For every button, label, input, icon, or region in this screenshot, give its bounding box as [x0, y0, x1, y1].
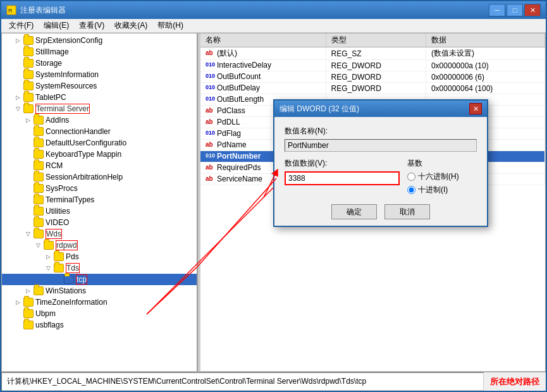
radio-hex[interactable]: 十六进制(H): [407, 171, 477, 182]
node-label: Utilities: [46, 207, 70, 216]
table-row[interactable]: 010OutBufDelay REG_DWORD 0x00000064 (100…: [200, 83, 545, 94]
tree-node-stillimage[interactable]: StillImage: [2, 46, 197, 58]
node-label-rdpwd: rdpwd: [56, 240, 78, 250]
expand-icon-wds: ▽: [23, 230, 32, 238]
folder-icon: [34, 150, 44, 159]
node-label: TimeZoneInformation: [35, 298, 108, 307]
menu-edit[interactable]: 编辑(E): [39, 19, 74, 32]
expand-icon: ▷: [23, 286, 32, 295]
node-label: DefaultUserConfiguratio: [46, 138, 126, 147]
radio-hex-input[interactable]: [407, 173, 415, 181]
tree-node-sysinfo[interactable]: SystemInformation: [2, 69, 197, 80]
folder-icon: [23, 309, 34, 318]
tree-node-usbflags[interactable]: usbflags: [2, 319, 197, 331]
tree-node-rcm[interactable]: RCM: [2, 160, 197, 171]
type-icon: 010: [206, 61, 214, 70]
node-label: AddIns: [46, 116, 69, 125]
folder-icon: [34, 161, 44, 170]
folder-icon: [34, 127, 44, 136]
expand-icon: [13, 59, 22, 68]
tree-node-ubpm[interactable]: Ubpm: [2, 308, 197, 319]
expand-icon: [13, 82, 22, 90]
name-label: 数值名称(N):: [285, 126, 477, 137]
node-label: ConnectionHandler: [46, 127, 111, 136]
node-label: WinStations: [46, 286, 86, 295]
expand-icon: [13, 70, 22, 79]
menu-file[interactable]: 文件(F): [4, 19, 39, 32]
radio-group: 十六进制(H) 十进制(I): [407, 171, 477, 195]
expand-icon: [23, 127, 32, 136]
type-icon: 010: [206, 152, 214, 161]
folder-icon: [23, 93, 34, 102]
type-icon: 010: [206, 130, 214, 138]
tree-node-terminaltypes[interactable]: TerminalTypes: [2, 194, 197, 205]
expand-icon: [23, 207, 32, 216]
menu-favorites[interactable]: 收藏夹(A): [109, 19, 152, 32]
base-label: 基数: [407, 158, 477, 169]
data-field: 数值数据(V):: [285, 158, 400, 195]
dialog-title-bar: 编辑 DWORD (32 位值) ✕: [274, 101, 487, 117]
data-label: 数值数据(V):: [285, 158, 400, 169]
menu-help[interactable]: 帮助(H): [152, 19, 188, 32]
tree-node-tcp[interactable]: tcp: [2, 274, 197, 285]
tree-node-sessionarb[interactable]: SessionArbitrationHelp: [2, 171, 197, 183]
folder-icon-rdpwd: [44, 241, 54, 250]
close-button[interactable]: ✕: [524, 4, 541, 16]
menu-view[interactable]: 查看(V): [74, 19, 109, 32]
folder-icon-pds: [54, 252, 64, 261]
tree-node-pds[interactable]: ▷ Pds: [2, 251, 197, 262]
tree-node-rdpwd[interactable]: ▽ rdpwd: [2, 240, 197, 251]
title-bar: R 注册表编辑器 ─ □ ✕: [1, 1, 546, 19]
tree-node-tabletpc[interactable]: ▷ TabletPC: [2, 92, 197, 103]
tree-node-kbtype[interactable]: KeyboardType Mappin: [2, 149, 197, 160]
folder-icon-tds: [54, 264, 64, 273]
radio-decimal-input[interactable]: [407, 186, 415, 194]
node-label-pds: Pds: [66, 252, 79, 261]
folder-icon: [34, 138, 44, 147]
tree-node-termserver[interactable]: ▽ Terminal Server: [2, 103, 197, 114]
expand-icon: [13, 321, 22, 329]
folder-icon-tcp: [64, 275, 74, 284]
cancel-button[interactable]: 取消: [384, 204, 430, 219]
tree-node-wds[interactable]: ▽ Wds: [2, 228, 197, 240]
expand-icon: [13, 47, 22, 56]
tree-node-srp[interactable]: ▷ SrpExtensionConfig: [2, 35, 197, 46]
minimize-button[interactable]: ─: [489, 4, 505, 16]
tree-node-tds[interactable]: ▽ Tds: [2, 262, 197, 274]
tree-node-utilities[interactable]: Utilities: [2, 205, 197, 217]
reg-type: REG_DWORD: [326, 60, 426, 71]
type-icon: ab: [206, 107, 214, 116]
dialog-close-button[interactable]: ✕: [469, 103, 482, 114]
table-row[interactable]: 010InteractiveDelay REG_DWORD 0x0000000a…: [200, 60, 545, 71]
reg-type: REG_SZ: [326, 47, 426, 60]
expand-icon: [13, 309, 22, 318]
table-row[interactable]: ab(默认) REG_SZ (数值未设置): [200, 47, 545, 60]
folder-icon: [23, 47, 34, 56]
registry-tree[interactable]: ▷ SrpExtensionConfig StillImage Storage …: [2, 34, 198, 371]
node-label: SessionArbitrationHelp: [46, 173, 123, 181]
tree-node-sysres[interactable]: SystemResources: [2, 80, 197, 92]
folder-icon: [34, 218, 44, 227]
node-label-tds: Tds: [66, 263, 80, 273]
reg-data: 0x00000064 (100): [426, 83, 544, 94]
tree-node-connhandler[interactable]: ConnectionHandler: [2, 126, 197, 137]
type-icon: ab: [206, 175, 214, 184]
tree-node-sysprocs[interactable]: SysProcs: [2, 183, 197, 194]
app-icon: R: [6, 5, 16, 15]
ok-button[interactable]: 确定: [331, 204, 377, 219]
edit-dword-dialog: 编辑 DWORD (32 位值) ✕ 数值名称(N): PortNumber 数…: [273, 99, 488, 227]
tree-node-video[interactable]: VIDEO: [2, 217, 197, 228]
tree-node-winstations[interactable]: ▷ WinStations: [2, 285, 197, 297]
tree-node-storage[interactable]: Storage: [2, 58, 197, 69]
radio-decimal[interactable]: 十进制(I): [407, 185, 477, 195]
data-input[interactable]: [285, 171, 400, 185]
node-label: Ubpm: [35, 309, 56, 318]
tree-node-timezoneinfo[interactable]: ▷ TimeZoneInformation: [2, 297, 197, 308]
maximize-button[interactable]: □: [507, 4, 523, 16]
menu-bar: 文件(F) 编辑(E) 查看(V) 收藏夹(A) 帮助(H): [1, 19, 546, 33]
tree-node-defaultuser[interactable]: DefaultUserConfiguratio: [2, 137, 197, 149]
table-row[interactable]: 010OutBufCount REG_DWORD 0x00000006 (6): [200, 71, 545, 83]
expand-icon: [23, 161, 32, 170]
tree-node-addins[interactable]: ▷ AddIns: [2, 114, 197, 126]
node-label-termserver: Terminal Server: [35, 104, 90, 114]
